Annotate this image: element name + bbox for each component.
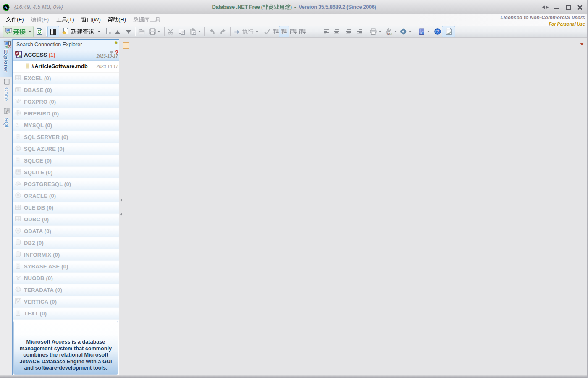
- svg-text:?: ?: [7, 111, 8, 113]
- svg-text:d: d: [17, 89, 18, 91]
- svg-text:my: my: [16, 122, 19, 125]
- svg-text:ite: ite: [16, 172, 19, 174]
- svg-text:SQL: SQL: [16, 125, 20, 128]
- svg-text:?: ?: [436, 29, 439, 34]
- svg-text:SQL: SQL: [387, 32, 392, 35]
